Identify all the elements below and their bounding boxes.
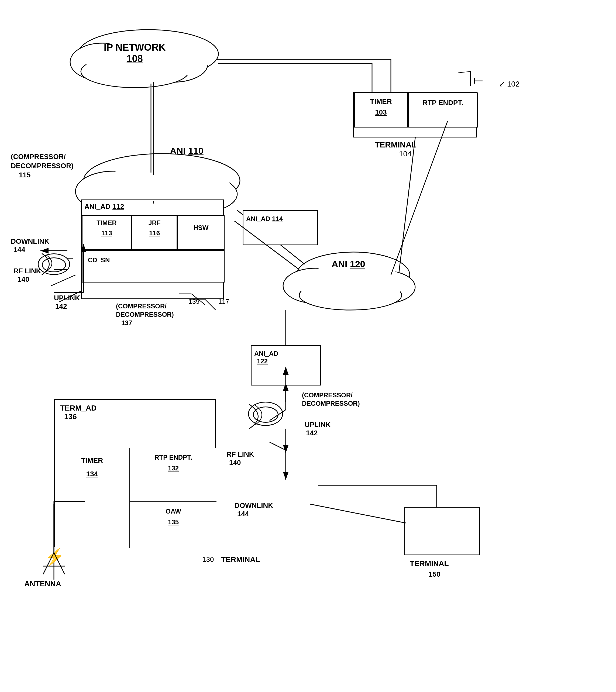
compressor-right-label: (COMPRESSOR/DECOMPRESSOR) bbox=[302, 391, 360, 408]
ani-ad-114-box: ANI_AD 114 bbox=[242, 210, 318, 245]
svg-point-17 bbox=[299, 280, 402, 310]
svg-point-18 bbox=[301, 264, 406, 302]
terminal-150-ref: 150 bbox=[429, 570, 440, 579]
terminal-104-ref: 104 bbox=[399, 150, 412, 158]
ref-139: 139 bbox=[189, 298, 199, 305]
svg-line-26 bbox=[51, 275, 76, 286]
svg-line-61 bbox=[270, 442, 286, 450]
ani-120-label: ANI 120 bbox=[332, 259, 365, 269]
rf-antenna-right-inner bbox=[253, 407, 278, 423]
compressor-137-label: (COMPRESSOR/DECOMPRESSOR) 137 bbox=[116, 302, 174, 327]
ref-117: 117 bbox=[218, 298, 229, 305]
ani-110-label: ANI 110 bbox=[170, 146, 204, 156]
terminal-150-label: TERMINAL bbox=[410, 559, 449, 568]
rf-link-left-label: RF LINK140 bbox=[14, 267, 41, 284]
cd-sn-box: CD_SN bbox=[82, 250, 225, 282]
hsw-box: HSW bbox=[177, 215, 225, 250]
terminal-150-box bbox=[404, 507, 480, 555]
timer-134-box: TIMER 134 bbox=[55, 448, 130, 548]
oaw-135-box: OAW 135 bbox=[130, 502, 216, 548]
uplink-right-label: UPLINK142 bbox=[305, 420, 331, 437]
jrf-116-box: JRF 116 bbox=[131, 215, 177, 250]
svg-point-19 bbox=[301, 275, 395, 302]
ani-ad-112-box: ANI_AD 112 TIMER 113 JRF 116 HSW CD_SN bbox=[81, 199, 224, 299]
timer-113-box: TIMER 113 bbox=[82, 215, 131, 250]
diagram: IP NETWORK 108 ↙ 102 TIMER 103 RTP ENDPT… bbox=[0, 0, 616, 692]
ani-ad-122-box: ANI_AD122 bbox=[251, 345, 321, 386]
antenna-label: ANTENNA bbox=[24, 580, 61, 588]
rtp-endpt-top-box: RTP ENDPT. bbox=[408, 92, 478, 128]
svg-line-62 bbox=[310, 504, 406, 523]
rf-antenna-left-inner bbox=[42, 257, 66, 272]
svg-line-24 bbox=[399, 116, 418, 272]
rtp-endpt-132-box: RTP ENDPT. 132 bbox=[130, 448, 216, 502]
terminal-130-label: TERMINAL bbox=[221, 555, 260, 564]
svg-line-35 bbox=[205, 299, 216, 310]
svg-point-15 bbox=[283, 268, 348, 303]
ref-102-label: ↙ 102 bbox=[499, 80, 520, 88]
compressor-115-label: (COMPRESSOR/DECOMPRESSOR) 115 bbox=[11, 152, 73, 179]
terminal-104-box: TIMER 103 RTP ENDPT. bbox=[353, 92, 477, 137]
downlink-right-label: DOWNLINK144 bbox=[235, 501, 273, 518]
uplink-left-label: UPLINK142 bbox=[54, 294, 80, 310]
ref-130: 130 bbox=[202, 555, 214, 564]
rf-link-right-label: RF LINK140 bbox=[227, 450, 254, 467]
antenna-symbol: ⚡ bbox=[44, 547, 65, 566]
timer-103-box: TIMER 103 bbox=[354, 92, 408, 128]
ip-network-label: IP NETWORK 108 bbox=[104, 42, 166, 64]
term-ad-136-outer-box: TERM_AD136 TIMER 134 RTP ENDPT. 132 OAW … bbox=[54, 399, 216, 547]
terminal-104-label: TERMINAL bbox=[375, 140, 417, 149]
svg-point-16 bbox=[356, 271, 415, 303]
downlink-left-label: DOWNLINK144 bbox=[11, 237, 49, 254]
